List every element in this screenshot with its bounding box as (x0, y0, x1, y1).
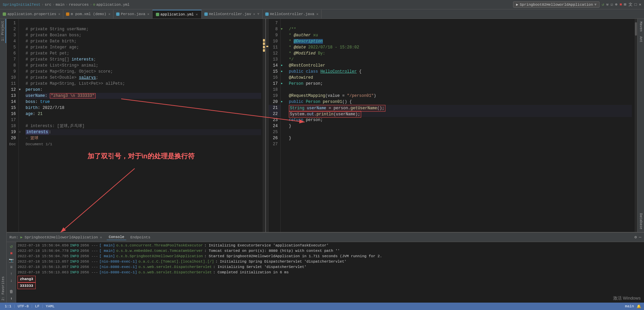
console-left-toolbar: ↺ ■ 📷 ≡ ↑ ↓ 🗑 ⬆ (7, 242, 16, 303)
tab-bar: application.properties ✕ m pom.xml (demo… (0, 9, 644, 19)
tab-pom-xml[interactable]: m pom.xml (demo) ✕ (63, 10, 113, 18)
tab-close-props[interactable]: ✕ (58, 12, 60, 16)
tab-hellocontroller-jav[interactable]: HelloController.jav ✕ ▼ (202, 10, 263, 18)
console-line-5: 2022-07-18 15:56:13.057 INFO 2056 --- [n… (18, 264, 643, 270)
scroll-down-icon[interactable]: ↓ (10, 278, 12, 283)
profile-icon[interactable]: ⊕ (615, 2, 617, 7)
scroll-up-icon[interactable]: ↑ (10, 272, 12, 276)
left-line-numbers: 1 2 3 4 5 6 7 8 9 10 11 12 13 14 (7, 19, 19, 232)
console-output-333333: 333333 (18, 282, 643, 289)
tab-close-yml[interactable]: ✕ (196, 12, 198, 16)
left-code[interactable]: # private String userName; # private Boo… (24, 19, 263, 232)
right-sidebar: Maven Ant Database (637, 19, 644, 232)
topbar: SpringInitialTest › src › main › resourc… (0, 0, 644, 9)
right-code[interactable]: /** * @auther xu * @Description * @date … (286, 19, 635, 232)
tab-close-person[interactable]: ✕ (147, 12, 149, 16)
status-notifications: 🔔 (637, 304, 641, 309)
run-app-name: Springboot02HelloworldApplication (25, 235, 98, 239)
refresh-icon[interactable]: ↺ (602, 2, 604, 7)
java-icon-hc1 (204, 12, 208, 16)
tab-application-properties[interactable]: application.properties ✕ (0, 10, 63, 18)
app-selector[interactable]: ▶ Springboot02HelloworldApplication ▼ (513, 1, 600, 8)
console-tab[interactable]: Console (107, 234, 126, 240)
right-gutter: ▼ ● ● ● ● (281, 19, 286, 232)
console-line-2: 2022-07-18 15:56:04.778 INFO 2056 --- [ … (18, 248, 643, 254)
right-scrollbar[interactable] (635, 19, 637, 232)
console-line-1: 2022-07-18 15:56:04.650 INFO 2056 --- [ … (18, 243, 643, 248)
left-scrollbar[interactable] (263, 19, 265, 232)
gear-icon[interactable]: ⚙ (635, 235, 637, 240)
coverage-icon[interactable]: ☑ (611, 2, 613, 7)
trash-icon[interactable]: 🗑 (9, 289, 13, 294)
left-gutter: ▼ ○ (19, 19, 24, 232)
breadcrumb: SpringInitialTest › src › main › resourc… (3, 2, 130, 7)
tab-hellocontroller-java[interactable]: HelloController.java ✕ (263, 10, 321, 18)
app-selector-label: Springboot02HelloworldApplication (520, 3, 593, 7)
stop-icon[interactable]: ■ (619, 2, 622, 7)
sidebar-item-project[interactable]: 1: Project (0, 19, 6, 43)
window-icon[interactable]: ⊞ (624, 2, 626, 7)
maximize-icon[interactable]: □ (635, 2, 637, 7)
expand-icon[interactable]: ⬆ (10, 296, 12, 301)
status-git: main (625, 304, 634, 309)
console-output-zhang3: zhang3 (18, 276, 643, 282)
status-lf: LF (33, 304, 41, 308)
status-yaml: YAML (44, 304, 57, 308)
right-line-numbers: 7 8 9 10 11 12 13 14 15 16 17 18 19 20 (269, 19, 281, 232)
minimize-icon[interactable]: — (639, 235, 641, 240)
tab-person-java[interactable]: Person.java ✕ (113, 10, 152, 18)
console-output: 2022-07-18 15:56:04.650 INFO 2056 --- [ … (16, 242, 644, 303)
sidebar-maven[interactable]: Maven (638, 20, 643, 33)
filter-icon[interactable]: ≡ (10, 265, 12, 270)
console-line-6: 2022-07-18 15:56:13.063 INFO 2056 --- [n… (18, 270, 643, 275)
yml-icon (156, 13, 159, 16)
left-editor: 1 2 3 4 5 6 7 8 9 10 11 12 13 14 (7, 19, 266, 232)
run-bar: Run: ▶ Springboot02HelloworldApplication… (7, 233, 644, 242)
tab-close-hc1[interactable]: ✕ (253, 12, 255, 16)
run-icon: ▶ (20, 235, 23, 239)
tab-application-yml[interactable]: application.yml ✕ (152, 10, 202, 18)
console-line-4: 2022-07-18 15:56:13.057 INFO 2056 --- [n… (18, 259, 643, 264)
restart-icon[interactable]: ↺ (10, 243, 12, 249)
run-panel: Run: ▶ Springboot02HelloworldApplication… (7, 232, 644, 303)
status-bar: 1:1 | UTF-8 | LF | YAML main 🔔 (0, 303, 644, 310)
status-encoding: UTF-8 (15, 304, 31, 308)
java-icon-person (116, 12, 120, 16)
minimap-left (266, 19, 269, 232)
translate-icon[interactable]: 文 (629, 2, 633, 7)
tab-close-pom[interactable]: ✕ (108, 12, 110, 16)
status-doc: 1:1 (3, 304, 13, 308)
xml-icon (66, 12, 69, 16)
props-icon (3, 12, 6, 16)
right-editor: 7 8 9 10 11 12 13 14 15 16 17 18 19 20 (266, 19, 644, 232)
sidebar-database[interactable]: Database (638, 212, 643, 231)
sidebar-item-favorites[interactable]: 2: Favorites (1, 274, 6, 303)
java-icon-hc2 (265, 12, 269, 16)
run-close-icon[interactable]: ✕ (100, 235, 102, 239)
close-icon[interactable]: ✕ (639, 2, 641, 7)
console-line-3: 2022-07-18 15:56:04.785 INFO 2056 --- [ … (18, 254, 643, 259)
left-sidebar: 1: Project 2: Favorites (0, 19, 7, 303)
endpoints-tab[interactable]: Endpoints (128, 235, 152, 240)
run-label: Run: (9, 235, 18, 239)
stop-run-icon[interactable]: ■ (10, 251, 12, 256)
sidebar-ant[interactable]: Ant (638, 35, 643, 44)
build-icon[interactable]: ⚒ (606, 2, 608, 7)
tab-close-hc2[interactable]: ✕ (316, 12, 318, 16)
camera-icon[interactable]: 📷 (9, 258, 14, 263)
